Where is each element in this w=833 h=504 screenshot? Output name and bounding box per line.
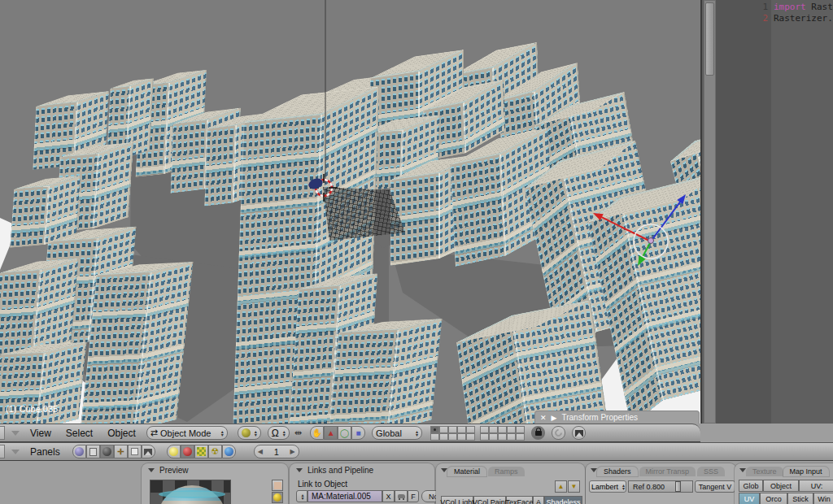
manipulator-rotate-button[interactable]: ◯ [338, 426, 351, 440]
building-face [171, 119, 207, 193]
tab-map-input[interactable]: Map Input [783, 467, 829, 476]
preview-flat-button[interactable] [272, 480, 283, 491]
browse-material-button[interactable]: ▴▾ [296, 490, 307, 502]
preview-sphere-button[interactable] [272, 492, 283, 503]
draw-mode-select[interactable]: ▴▾ [238, 426, 261, 440]
pivot-select[interactable]: Ω ▴▾ [268, 426, 290, 440]
editor-type-menu[interactable] [0, 426, 5, 440]
material-name-field[interactable]: MA:Material.005 [307, 490, 382, 502]
updown-icon: ▴▾ [220, 430, 224, 437]
panel-collapse-icon[interactable] [739, 468, 746, 472]
tab-mirror-transp[interactable]: Mirror Transp [639, 467, 696, 476]
updown-icon: ▴▾ [281, 430, 286, 437]
diffuse-shader-select[interactable]: Lambert ▴▾ [589, 480, 626, 493]
map-input-win[interactable]: Win [813, 493, 833, 504]
tab-shaders[interactable]: Shaders [597, 467, 638, 476]
pivot-icon: Ω [272, 428, 279, 439]
map-input-glob[interactable]: Glob [739, 480, 763, 492]
panel-collapse-icon[interactable] [296, 468, 303, 472]
text-editor-scrollbar[interactable] [704, 0, 716, 424]
link-to-object-label: Link to Object [298, 480, 347, 489]
scrollbar-handle[interactable] [705, 2, 714, 76]
ref-slider[interactable]: Ref 0.800 [628, 480, 693, 493]
frame-decrement-icon[interactable]: ◀ [258, 448, 263, 455]
menu-view[interactable]: View [23, 428, 59, 439]
panel-collapse-icon[interactable] [591, 468, 597, 472]
orientation-select[interactable]: Global ▴▾ [372, 426, 422, 440]
panel-preview-header[interactable]: Preview [142, 463, 288, 477]
material-toggle-shadeless[interactable]: Shadeless [544, 496, 582, 504]
fake-user-button[interactable]: F [408, 490, 419, 502]
texture-row-1: GlobObjectUV: [739, 480, 833, 492]
tab-ramps[interactable]: Ramps [488, 467, 525, 476]
logic-context-button[interactable] [72, 445, 86, 458]
draw-mode-icon [242, 428, 251, 437]
map-input-stick[interactable]: Stick [787, 493, 813, 504]
scene-context-button[interactable] [142, 445, 155, 458]
material-toggle-a[interactable]: A [533, 496, 544, 504]
line-number: 2 [762, 13, 768, 24]
pivot-align-icon[interactable]: ⇹ [294, 428, 302, 438]
menu-object[interactable]: Object [100, 428, 143, 439]
editor-type-menu[interactable] [0, 445, 5, 458]
tab-sss[interactable]: SSS [697, 467, 725, 476]
texture-subcontext-button[interactable] [194, 445, 208, 458]
updown-icon: ▴▾ [253, 430, 257, 437]
snap-magnet-button[interactable] [552, 426, 565, 440]
panels-label[interactable]: Panels [23, 446, 68, 458]
tab-material[interactable]: Material [447, 467, 486, 476]
frame-number-field[interactable]: ◀ 1 ▶ [254, 445, 299, 458]
material-button-row: VCol LightVCol PaintTexFaceAShadeless [441, 496, 582, 504]
auto-name-button[interactable] [395, 490, 408, 502]
unlink-material-button[interactable]: X [382, 490, 395, 502]
menu-select[interactable]: Select [59, 428, 100, 439]
map-input-uv[interactable]: UV [739, 493, 760, 504]
panel-links-header[interactable]: Links and Pipeline [290, 463, 434, 477]
text-editor-content[interactable]: 12 import RasterizeRasterizer.showM [700, 0, 833, 424]
paste-material-button[interactable]: ▼ [568, 480, 580, 493]
viewport-header: View Select Object ⇄ Object Mode ▴▾ ▴▾ Ω… [0, 424, 700, 442]
manipulator-scale-button[interactable]: ■ [351, 426, 365, 440]
close-icon[interactable]: ✕ [540, 414, 547, 422]
blender-window: (1) Cube.035 ✕ ▶ Transform Properties Vi… [0, 0, 833, 504]
panel-collapse-icon[interactable] [148, 468, 155, 472]
radiosity-subcontext-button[interactable]: ☢ [208, 445, 222, 458]
buttons-window: Panels ✛ ☢ ◀ 1 ▶ [0, 442, 833, 504]
map-input-orco[interactable]: Orco [760, 493, 787, 504]
material-subcontext-button[interactable] [181, 445, 194, 458]
layer-buttons[interactable] [430, 426, 525, 441]
shaders-tabs: Shaders Mirror Transp SSS [586, 463, 736, 476]
viewport-scene[interactable]: (1) Cube.035 ✕ ▶ Transform Properties [0, 0, 700, 424]
map-input-object[interactable]: Object [763, 480, 799, 492]
tab-texture[interactable]: Texture [746, 467, 783, 476]
lamp-subcontext-button[interactable] [167, 445, 181, 458]
copy-material-button[interactable]: ▲ [555, 480, 567, 493]
frame-increment-icon[interactable]: ▶ [290, 448, 295, 455]
tangent-v-button[interactable]: Tangent V [695, 480, 735, 493]
map-input-uv[interactable]: UV: [799, 480, 833, 492]
shading-context-button[interactable] [100, 445, 114, 458]
material-tabs: Material Ramps [436, 463, 585, 476]
header-collapse-icon[interactable] [11, 450, 20, 454]
building-face [93, 142, 133, 228]
material-toggle-vcollight[interactable]: VCol Light [441, 496, 473, 504]
script-context-button[interactable] [86, 445, 100, 458]
expand-arrow-icon[interactable]: ▶ [552, 414, 557, 422]
material-toggle-vcolpaint[interactable]: VCol Paint [473, 496, 506, 504]
manipulator-translate-button[interactable]: ▲ [324, 426, 338, 440]
manipulator-hand-button[interactable]: ✋ [310, 426, 324, 440]
world-subcontext-button[interactable] [222, 445, 236, 458]
material-toggle-texface[interactable]: TexFace [506, 496, 533, 504]
render-preview-button[interactable] [572, 426, 586, 440]
editing-context-button[interactable] [128, 445, 142, 458]
code-line: import Rasterize [774, 2, 833, 13]
buttons-window-header: Panels ✛ ☢ ◀ 1 ▶ [0, 442, 833, 461]
transform-properties-panel[interactable]: ✕ ▶ Transform Properties [534, 411, 700, 424]
lock-button[interactable] [531, 426, 545, 440]
building-face [204, 125, 235, 206]
mode-select[interactable]: ⇄ Object Mode ▴▾ [146, 426, 228, 440]
object-context-button[interactable]: ✛ [114, 445, 128, 458]
3d-viewport: (1) Cube.035 ✕ ▶ Transform Properties Vi… [0, 0, 700, 442]
header-collapse-icon[interactable] [11, 431, 20, 436]
panel-collapse-icon[interactable] [441, 468, 447, 472]
